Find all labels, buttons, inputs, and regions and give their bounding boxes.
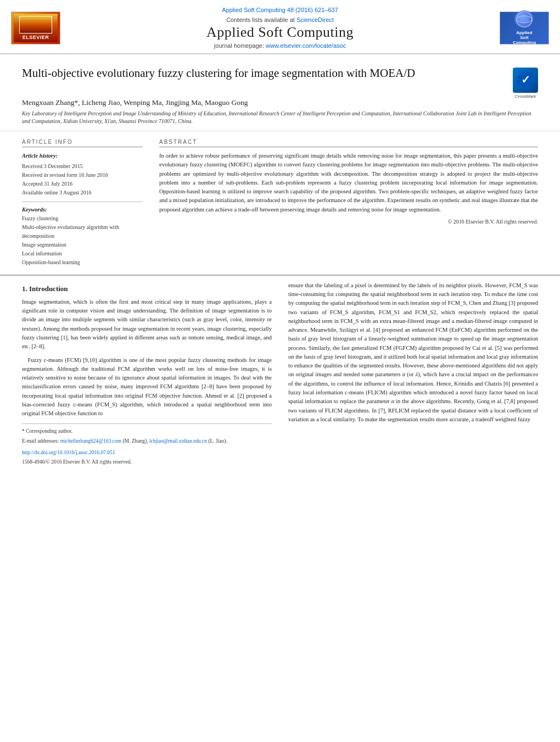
kw-5: Opposition-based learning	[22, 258, 143, 267]
journal-logo-right: Applied Soft Computing	[500, 12, 549, 44]
crossmark-badge[interactable]: ✓ CrossMark	[513, 68, 538, 93]
logo-right-line3: Computing	[513, 40, 536, 45]
footnote-section: * Corresponding author. E-mail addresses…	[22, 423, 272, 466]
abstract-col: ABSTRACT In order to achieve robust perf…	[159, 139, 538, 267]
body-two-col: 1. Introduction Image segmentation, whic…	[22, 281, 538, 466]
revised-date: Received in revised form 16 June 2016	[22, 171, 143, 180]
article-title: Multi-objective evolutionary fuzzy clust…	[22, 65, 513, 81]
article-info-col: ARTICLE INFO Article history: Received 3…	[22, 139, 143, 267]
journal-top-link[interactable]: Applied Soft Computing 48 (2016) 621–637	[71, 7, 489, 13]
email1-name: (M. Zhang),	[122, 438, 148, 444]
footnote-star-label: * Corresponding author.	[22, 428, 72, 434]
crossmark-inner: ✓	[513, 68, 538, 93]
keywords-section: Keywords: Fuzzy clustering Multi-objecti…	[22, 207, 143, 267]
logo-right-line1: Applied	[516, 30, 532, 35]
body-col-right: ensure that the labeling of a pixel is d…	[288, 281, 538, 466]
email-label: E-mail addresses:	[22, 438, 59, 444]
elsevier-logo-inner: ELSEVIER	[14, 14, 58, 42]
footnote-star: * Corresponding author.	[22, 427, 272, 436]
journal-logo-circle	[514, 10, 534, 28]
received-date: Received 3 December 2015	[22, 162, 143, 171]
article-info-abstract: ARTICLE INFO Article history: Received 3…	[0, 139, 560, 267]
doi-section: http://dx.doi.org/10.1016/j.asoc.2016.07…	[22, 449, 272, 457]
logo-right-line2: Soft	[520, 35, 529, 40]
history-label: Article history:	[22, 152, 143, 161]
article-affiliation: Key Laboratory of Intelligent Perception…	[22, 110, 538, 125]
authors-text: Mengxuan Zhang*, Licheng Jiao, Wenping M…	[22, 98, 248, 107]
page: ELSEVIER Applied Soft Computing 48 (2016…	[0, 0, 560, 742]
kw-3: Image segmentation	[22, 241, 143, 249]
contents-text: Contents lists available at ScienceDirec…	[226, 16, 334, 23]
available-date: Available online 3 August 2016	[22, 188, 143, 197]
keywords-label: Keywords:	[22, 207, 143, 213]
body-para-2: Fuzzy c-means (FCM) [9,10] algorithm is …	[22, 356, 272, 419]
footnote-emails: E-mail addresses: michellezhang624@163.c…	[22, 437, 272, 445]
homepage-link[interactable]: www.elsevier.com/locate/asoc	[266, 42, 346, 49]
svg-text:✓: ✓	[521, 74, 530, 86]
section1-title: 1. Introduction	[22, 283, 272, 294]
article-header: Multi-objective evolutionary fuzzy clust…	[0, 54, 560, 131]
main-body: 1. Introduction Image segmentation, whic…	[0, 275, 560, 471]
abstract-header: ABSTRACT	[159, 139, 538, 147]
accepted-date: Accepted 31 July 2016	[22, 180, 143, 188]
doi-link[interactable]: http://dx.doi.org/10.1016/j.asoc.2016.07…	[22, 450, 115, 455]
issn-text: 1568-4946/© 2016 Elsevier B.V. All right…	[22, 458, 272, 466]
kw-1: Fuzzy clustering	[22, 214, 143, 223]
email2-name: (L. Jiao).	[208, 438, 227, 444]
homepage-label: journal homepage:	[214, 42, 264, 49]
article-history-block: Article history: Received 3 December 201…	[22, 152, 143, 197]
email2-link[interactable]: lchjiao@mail.xidian.edu.cn	[149, 438, 207, 444]
body-right-para-1: ensure that the labeling of a pixel is d…	[288, 281, 538, 424]
elsevier-text: ELSEVIER	[23, 35, 49, 40]
elsevier-logo: ELSEVIER	[11, 12, 60, 44]
abstract-text: In order to achieve robust performance o…	[159, 152, 538, 214]
body-para-1: Image segmentation, which is often the f…	[22, 298, 272, 352]
info-divider	[22, 202, 143, 202]
article-info-header: ARTICLE INFO	[22, 139, 143, 147]
email1-link[interactable]: michellezhang624@163.com	[60, 438, 121, 444]
header-center: Applied Soft Computing 48 (2016) 621–637…	[60, 7, 500, 49]
article-authors: Mengxuan Zhang*, Licheng Jiao, Wenping M…	[22, 98, 538, 107]
kw-2: Multi-objective evolutionary algorithm w…	[22, 223, 143, 241]
sciencedirect-link[interactable]: ScienceDirect	[296, 16, 334, 23]
kw-4: Local information	[22, 249, 143, 258]
journal-header: ELSEVIER Applied Soft Computing 48 (2016…	[0, 0, 560, 54]
copyright-line: © 2016 Elsevier B.V. All rights reserved…	[159, 219, 538, 225]
body-col-left: 1. Introduction Image segmentation, whic…	[22, 281, 272, 466]
journal-title: Applied Soft Computing	[71, 24, 489, 41]
article-title-row: Multi-objective evolutionary fuzzy clust…	[22, 65, 538, 93]
